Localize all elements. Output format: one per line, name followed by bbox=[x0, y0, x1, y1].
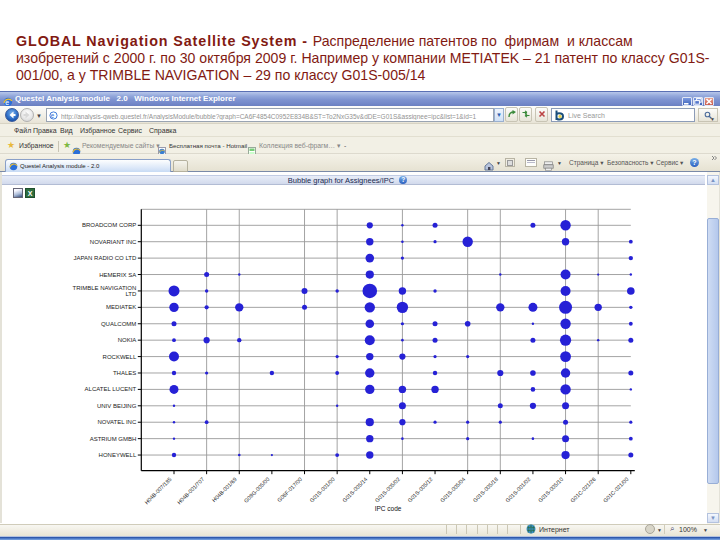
svg-text:e: e bbox=[5, 99, 9, 106]
svg-text:e: e bbox=[51, 112, 55, 119]
svg-text:IPC code: IPC code bbox=[375, 505, 402, 512]
svg-text:G01S-005/14: G01S-005/14 bbox=[341, 476, 368, 503]
svg-text:G08G-005/00: G08G-005/00 bbox=[243, 476, 271, 504]
svg-text:ASTRIUM GMBH: ASTRIUM GMBH bbox=[90, 436, 137, 442]
svg-text:NOKIA: NOKIA bbox=[118, 337, 137, 343]
svg-text:NOVATEL INC: NOVATEL INC bbox=[97, 419, 137, 425]
svg-text:G01S-005/02: G01S-005/02 bbox=[374, 476, 401, 503]
svg-text:JAPAN RADIO CO LTD: JAPAN RADIO CO LTD bbox=[74, 255, 137, 261]
svg-text:ROCKWELL: ROCKWELL bbox=[103, 354, 137, 360]
svg-text:G01S-005/18: G01S-005/18 bbox=[472, 476, 499, 503]
svg-text:BROADCOM CORP: BROADCOM CORP bbox=[82, 222, 136, 228]
svg-text:G01S-001/02: G01S-001/02 bbox=[504, 476, 531, 503]
svg-text:G01S-005/04: G01S-005/04 bbox=[439, 476, 466, 503]
svg-text:LTD: LTD bbox=[125, 291, 137, 297]
svg-text:ALCATEL LUCENT: ALCATEL LUCENT bbox=[85, 386, 137, 392]
svg-text:G01S-001/00: G01S-001/00 bbox=[308, 476, 335, 503]
svg-text:NOVARIANT INC: NOVARIANT INC bbox=[90, 239, 137, 245]
svg-text:G01S-005/10: G01S-005/10 bbox=[537, 476, 564, 503]
svg-text:G01C-021/26: G01C-021/26 bbox=[569, 476, 597, 504]
svg-text:THALES: THALES bbox=[113, 370, 136, 376]
svg-text:G01S-005/12: G01S-005/12 bbox=[406, 476, 433, 503]
svg-text:G06F-017/00: G06F-017/00 bbox=[276, 476, 303, 503]
svg-text:H04B-001/69: H04B-001/69 bbox=[211, 476, 238, 503]
svg-text:HONEYWELL: HONEYWELL bbox=[99, 452, 137, 458]
svg-text:MEDIATEK: MEDIATEK bbox=[106, 304, 136, 310]
svg-text:HEMERIX SA: HEMERIX SA bbox=[99, 272, 136, 278]
svg-text:G01C-021/00: G01C-021/00 bbox=[602, 476, 630, 504]
svg-text:UNIV BEIJING: UNIV BEIJING bbox=[97, 403, 137, 409]
svg-text:H04B-007/185: H04B-007/185 bbox=[143, 476, 172, 505]
svg-text:H04B-001/707: H04B-001/707 bbox=[176, 476, 205, 505]
svg-text:QUALCOMM: QUALCOMM bbox=[101, 321, 136, 327]
